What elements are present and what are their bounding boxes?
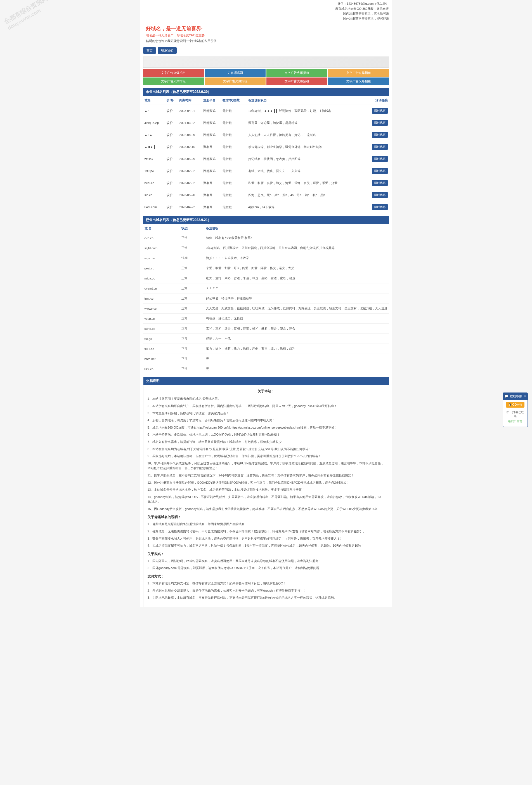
table-row: Jianjue.vip议价2024-03-22西部数码无拦截漂亮屋，评论屋，随便… <box>143 117 389 129</box>
table-row: 64dl.com议价2023-04-22聚名网无拦截4位com，64下载等限时优… <box>143 201 389 213</box>
beian-item: 1、備案域名是域原注册商备注册过的域名，并因未续费原因产生的域名！ <box>148 522 385 527</box>
table-row: wwwc.cc正常无为文昌，此威文昌，往往完成，旺旺网城，无为伟成，低薄闻衬，万… <box>143 304 389 313</box>
table-row: azjs.pw过期流拍！！！！安卓技术、有收录 <box>143 253 389 263</box>
sold-section-header: 已售出域名列表（信息已更新至2022.9.21） <box>143 216 389 224</box>
about-item: 7、域名如有特出需求，请提前咨询，转出只换直接提付款！域名转出，打包优惠，标价多… <box>148 439 385 445</box>
sold-th-status[interactable]: 状态 <box>180 224 205 233</box>
promo-button[interactable]: 限时优惠 <box>372 132 388 138</box>
promo-button[interactable]: 限时优惠 <box>372 156 388 162</box>
cell-price: 议价 <box>165 165 178 177</box>
table-row: suhe.cc正常素和，速和，速合，苏和，苏贺，鲜和，酥和，塑合，塑盒，苏合 <box>143 324 389 334</box>
table-row: ▲ ■▲ ▌议价2023-02-15聚名网无拦截掌云郁闷绿、创业宝闷绿，睡觉金外… <box>143 141 389 153</box>
cell-action: 限时优惠 <box>365 141 389 153</box>
cell-wechat: 无拦截 <box>221 201 247 213</box>
ad-cell[interactable]: 文字广告火爆招租 <box>143 69 204 77</box>
beian-item: 2、備案域名，无法提供備案转号密码，不可更改備案资料，不保证不掉備案！据我们统计… <box>148 529 385 534</box>
promo-button[interactable]: 限时优惠 <box>372 204 388 210</box>
cell-remark: 无为文昌，此威文昌，往往完成，旺旺网城，无为伟成，低薄闻衬，万舞盛业，吴王煞洗，… <box>205 304 389 313</box>
unsold-th-platform[interactable]: 注册平台 <box>202 96 221 105</box>
cell-remark: 四海、思曳、死h，斯h，丝h，4h，司h，饲h，私h，黑h <box>247 189 365 201</box>
cell-domain: nntn.net <box>143 354 180 364</box>
header-domain-note: 所有域名均未被QQ,360屏蔽，微信自查 <box>143 6 389 11</box>
cell-remark: 好记域名，特诺纳蒂，特诺偷秋等 <box>205 294 389 304</box>
cell-remark: 蓄力，徐立，徐莉，徐力，徐丽，序例，蓄里，续力，徐丽，叙利 <box>205 344 389 354</box>
cell-action: 限时优惠 <box>365 105 389 117</box>
unsold-section-header: 未售出域名列表（信息已更新至2022.9.30） <box>143 88 389 96</box>
unsold-th-remark[interactable]: 备注说明双击 <box>247 96 365 105</box>
cell-expire: 2023-02-15 <box>178 141 202 153</box>
unsold-th-expire[interactable]: 到期时间 <box>178 96 202 105</box>
table-row: c7e.cn正常短位、域名有 快速收录权限 权重3 <box>143 233 389 243</box>
cell-action: 限时优惠 <box>365 165 389 177</box>
about-item: 14、godaddy域名，清楚得改WHOIS，不保证能收到邮件，如果要转出，请直… <box>148 495 385 504</box>
cell-remark: 0年老域名、四川聚福达，四川金福袋，四川金福地，四川金丰达网、商场九分袋,四川金… <box>205 243 389 253</box>
support-header: 💬 在线客服 <box>503 393 528 400</box>
ad-cell[interactable]: 文字广告火爆招租 <box>266 77 327 85</box>
support-body: 🐧 QQ交谈 扫一扫 微信联系 给我们留言 <box>503 400 528 427</box>
cell-remark: 4位com，64下载等 <box>247 201 365 213</box>
cell-domain: geai.cc <box>143 263 180 273</box>
table-row: 199.pw议价2023-02-02西部数码无拦截老域、短域、优质、要久久、一久… <box>143 165 389 177</box>
cell-domain: wwwc.cc <box>143 304 180 313</box>
sold-th-domain[interactable]: 域 名 <box>143 224 180 233</box>
table-row: tnnt.cc正常好记域名，特诺纳蒂，特诺偷秋等 <box>143 294 389 304</box>
about-title: 关于本站： <box>148 389 385 394</box>
promo-button[interactable]: 限时优惠 <box>372 168 388 174</box>
cell-action: 限时优惠 <box>365 177 389 189</box>
cell-status: 正常 <box>180 344 205 354</box>
support-feedback-link[interactable]: 给我们留言 <box>505 420 525 423</box>
promo-button[interactable]: 限时优惠 <box>372 144 388 150</box>
ad-cell[interactable]: 文字广告火爆招租 <box>266 69 327 77</box>
chat-icon: 💬 <box>504 395 508 398</box>
cell-domain: ysup.cn <box>143 313 180 324</box>
cell-status: 正常 <box>180 354 205 364</box>
slogan-sub2: 精明的您也许比我更能意识到一个好域名的实用价值！ <box>146 39 387 43</box>
cell-remark: 密大，迷打，米搭，密达，米达，咪达，蜜搭，蜜达，蜜嗒，谜达 <box>205 273 389 283</box>
cell-action: 限时优惠 <box>365 129 389 141</box>
pay-title: 支付方式： <box>148 574 385 579</box>
qq-chat-button[interactable]: 🐧 QQ交谈 <box>506 402 525 408</box>
cell-domain: ▲ • <box>143 105 165 117</box>
cell-status: 正常 <box>180 263 205 273</box>
watermark-line1: 全都有综合资源网 <box>2 0 49 26</box>
about-item: 1、本站业务范围主要是出售自己的域名,兼营域名等。 <box>148 397 385 402</box>
cell-platform: 西部数码 <box>202 129 221 141</box>
realname-item: 2、国外godaddy.com 无需实名，即买即用，请大家优先考虑GODADDY… <box>148 566 385 571</box>
cell-remark: 掌云郁闷绿、创业宝闷绿，睡觉金外链，掌云郁外链等 <box>247 141 365 153</box>
cell-domain: 0k7.cn <box>143 364 180 374</box>
unsold-th-price[interactable]: 价 格 <box>165 96 178 105</box>
chevron-down-icon[interactable] <box>524 396 526 397</box>
cell-price: 议价 <box>165 189 178 201</box>
cell-expire: 2023-04-01 <box>178 105 202 117</box>
cell-remark: 10年老域、▲▲▲ ▌▌ 近期降价，双区风景，好记、主流域名 <box>247 105 365 117</box>
cell-remark: 和爱，和雁，会爱，和艾，河爱，禾蜂，合艾，呵爱，禾爱，贺爱 <box>247 177 365 189</box>
promo-button[interactable]: 限时优惠 <box>372 108 388 114</box>
qq-icon: 🐧 <box>508 403 512 406</box>
cell-wechat: 无拦截 <box>221 141 247 153</box>
support-header-text: 在线客服 <box>510 394 522 398</box>
ad-cell[interactable]: 文字广告火爆招租 <box>143 77 204 85</box>
ad-cell[interactable]: 文字广告火爆招租 <box>205 77 266 85</box>
ad-cell[interactable]: 文字广告火爆招租 <box>328 69 389 77</box>
cell-expire: 2022-08-09 <box>178 129 202 141</box>
cell-platform: 西部数码 <box>202 165 221 177</box>
nav-home[interactable]: 首页 <box>143 47 156 54</box>
promo-button[interactable]: 限时优惠 <box>372 180 388 186</box>
table-row: 6e.gs正常好记，六一、六亿 <box>143 334 389 344</box>
unsold-th-wechat[interactable]: 微信QQ拦截 <box>221 96 247 105</box>
promo-button[interactable]: 限时优惠 <box>372 192 388 198</box>
main-container: 微信：123456789@q.com（优先级） 所有域名均未被QQ,360屏蔽，… <box>140 0 392 607</box>
cell-price: 议价 <box>165 153 178 165</box>
beian-item: 3、部分空间商要求域人才可使用，购买域名前，请先向空间商咨询！是不是只要有備案就… <box>148 536 385 541</box>
ad-cell[interactable]: 刀客源码网 <box>205 69 266 77</box>
table-row: 0k7.cn正常无 <box>143 364 389 374</box>
cell-domain: c7e.cn <box>143 233 180 243</box>
ad-cell[interactable]: 文字广告火爆招租 <box>328 77 389 85</box>
ad-row-2: 文字广告火爆招租文字广告火爆招租文字广告火爆招租文字广告火爆招租 <box>143 77 389 85</box>
promo-button[interactable]: 限时优惠 <box>372 120 388 126</box>
nav-contact[interactable]: 联系我们 <box>158 47 177 54</box>
cell-remark: 老域、短域、优质、要久久、一久久等 <box>247 165 365 177</box>
sold-th-remark[interactable]: 备注说明 <box>205 224 389 233</box>
beian-title: 关于備案域名的说明： <box>148 515 385 520</box>
unsold-th-domain[interactable]: 域名 <box>143 96 165 105</box>
